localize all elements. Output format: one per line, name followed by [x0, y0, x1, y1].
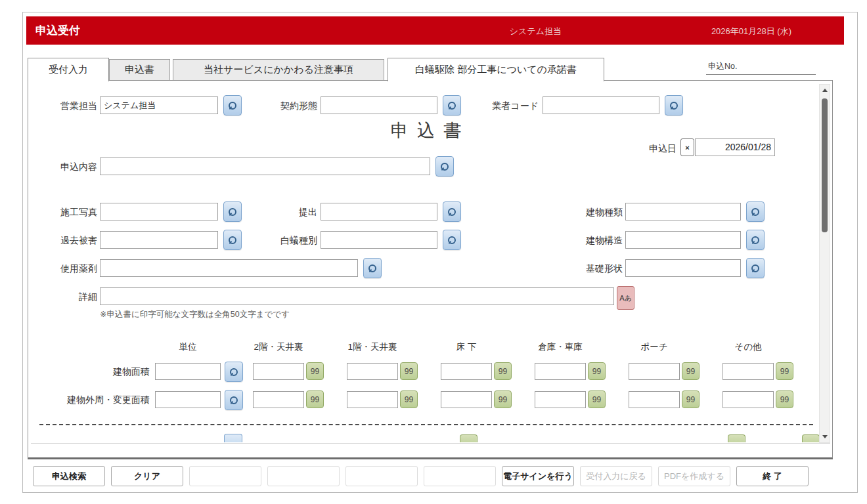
past-damage-label: 過去被害 [26, 235, 97, 247]
area-count-button[interactable]: 99 [682, 362, 700, 380]
contract-type-search-button[interactable] [443, 95, 461, 116]
vendor-code-input[interactable] [543, 96, 659, 114]
area-col-header-1f-attic: 1階・天井裏 [337, 341, 408, 353]
area-count-button[interactable]: 99 [400, 390, 418, 408]
sales-rep-input[interactable]: システム担当 [100, 96, 218, 114]
area-count-button[interactable]: 99 [494, 362, 512, 380]
magnifier-icon [671, 102, 678, 110]
clipped-search-button[interactable] [224, 434, 242, 442]
chemical-search-button[interactable] [363, 258, 382, 278]
area-input[interactable] [441, 391, 492, 408]
clipped-count-button[interactable] [728, 434, 745, 442]
unit-search-button[interactable] [225, 362, 243, 382]
area-input[interactable] [347, 391, 398, 408]
scroll-up-arrow-icon[interactable] [822, 89, 828, 92]
area-input[interactable] [347, 363, 398, 380]
foundation-shape-input[interactable] [625, 259, 741, 277]
tab-label: 申込書 [125, 64, 154, 76]
app-no-input[interactable] [706, 74, 816, 75]
section-divider [39, 424, 813, 425]
unit-input[interactable] [155, 391, 221, 408]
sales-rep-search-button[interactable] [223, 95, 242, 116]
app-content-input[interactable] [100, 158, 430, 175]
area-input[interactable] [441, 363, 492, 380]
termite-type-input[interactable] [321, 231, 437, 249]
magnifier-icon [231, 396, 238, 404]
unit-input[interactable] [155, 363, 221, 380]
app-date-input[interactable]: 2026/01/28 [695, 138, 775, 156]
clipped-count-button[interactable] [802, 434, 820, 442]
area-input[interactable] [722, 363, 774, 380]
app-date-clear-button[interactable]: × [680, 138, 694, 156]
past-damage-input[interactable] [100, 231, 218, 249]
area-count-button[interactable]: 99 [400, 362, 418, 380]
e-sign-button[interactable]: 電子サインを行う [502, 466, 574, 486]
area-count-button[interactable]: 99 [306, 362, 324, 380]
submission-input[interactable] [321, 203, 437, 220]
area-count-button[interactable]: 99 [682, 390, 700, 408]
app-content-search-button[interactable] [435, 156, 454, 177]
area-input[interactable] [253, 391, 304, 408]
scroll-thumb[interactable] [822, 98, 828, 232]
title-bar: 申込受付 システム担当 2026年01月28日 (水) [26, 16, 844, 45]
construction-photo-input[interactable] [100, 203, 218, 220]
tab-service-notes[interactable]: 当社サービスにかかわる注意事項 [173, 59, 384, 80]
clear-button[interactable]: クリア [111, 466, 183, 486]
exit-button[interactable]: 終 了 [736, 466, 809, 486]
detail-label: 詳細 [26, 291, 97, 303]
magnifier-icon [229, 208, 236, 216]
contract-type-input[interactable] [321, 96, 437, 114]
area-input[interactable] [535, 391, 586, 408]
scrollbar[interactable] [819, 84, 830, 443]
area-count-button[interactable]: 99 [588, 390, 606, 408]
termite-type-label: 白蟻種別 [248, 235, 317, 247]
tab-order-form[interactable]: 申込書 [109, 59, 170, 80]
app-date-label: 申込日 [619, 143, 677, 155]
area-input[interactable] [629, 363, 680, 380]
area-count-button[interactable]: 99 [776, 390, 793, 408]
termite-type-search-button[interactable] [443, 230, 461, 250]
building-structure-input[interactable] [625, 231, 741, 249]
tab-reception-input[interactable]: 受付入力 [28, 58, 109, 81]
area-input[interactable] [629, 391, 680, 408]
area-count-button[interactable]: 99 [588, 362, 606, 380]
building-type-label: 建物種類 [553, 207, 623, 219]
magnifier-icon [229, 102, 236, 110]
magnifier-icon [449, 236, 456, 244]
font-mode-button[interactable]: Aあ [617, 286, 634, 310]
window-title: 申込受付 [35, 23, 80, 38]
clipped-count-button[interactable] [460, 434, 478, 442]
foundation-shape-search-button[interactable] [746, 258, 765, 278]
area-count-button[interactable]: 99 [776, 362, 793, 380]
area-count-button[interactable]: 99 [494, 390, 512, 408]
submission-search-button[interactable] [443, 201, 461, 222]
magnifier-icon [752, 208, 759, 216]
area-col-header-unit: 単位 [155, 341, 221, 353]
area-col-header-other: その他 [713, 341, 784, 353]
chemical-label: 使用薬剤 [26, 263, 97, 275]
building-type-search-button[interactable] [746, 201, 765, 222]
tab-termite-consent[interactable]: 白蟻駆除 部分工事についての承諾書 [388, 58, 604, 81]
header-user: システム担当 [510, 26, 562, 37]
building-type-input[interactable] [625, 203, 741, 220]
building-perimeter-label: 建物外周・変更面積 [53, 394, 150, 406]
construction-photo-search-button[interactable] [223, 201, 242, 222]
magnifier-icon [752, 236, 759, 244]
scroll-down-arrow-icon[interactable] [822, 435, 828, 438]
chemical-input[interactable] [100, 259, 358, 277]
area-input[interactable] [722, 391, 774, 408]
blank-button-2 [267, 466, 340, 486]
unit-search-button[interactable] [225, 390, 243, 410]
area-count-button[interactable]: 99 [306, 390, 324, 408]
area-col-header-2f-attic: 2階・天井裏 [243, 341, 314, 353]
magnifier-icon [752, 264, 759, 272]
blank-button-3 [345, 466, 418, 486]
past-damage-search-button[interactable] [223, 230, 242, 250]
area-input[interactable] [253, 363, 304, 380]
app-search-button[interactable]: 申込検索 [33, 466, 105, 486]
building-structure-search-button[interactable] [746, 230, 765, 250]
detail-input[interactable] [100, 287, 614, 305]
vendor-code-search-button[interactable] [665, 95, 683, 116]
blank-button-4 [424, 466, 496, 486]
area-input[interactable] [535, 363, 586, 380]
